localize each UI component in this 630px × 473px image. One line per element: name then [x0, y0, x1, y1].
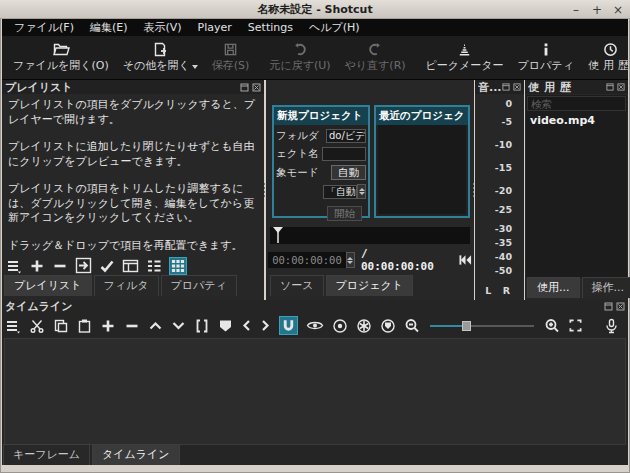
float-icon[interactable] — [606, 83, 614, 91]
timeline-zoom-slider[interactable] — [430, 320, 534, 332]
playlist-help-paragraph: プレイリストの項目をダブルクリックすると、プレイヤーで開けます。 — [8, 98, 258, 127]
project-folder-label: フォルダ — [276, 129, 326, 143]
next-marker-icon[interactable] — [260, 319, 271, 332]
recent-projects-list[interactable] — [378, 125, 466, 214]
recent-button[interactable]: 使用歴 — [581, 40, 630, 75]
open-file-button[interactable]: ファイルを開く(O) — [6, 40, 116, 75]
view-tiles-icon[interactable] — [146, 258, 162, 274]
zoom-out-icon[interactable] — [404, 318, 420, 334]
combo-spinner[interactable] — [357, 184, 366, 199]
view-details-icon[interactable] — [122, 258, 139, 274]
apply-check-icon[interactable] — [99, 258, 115, 274]
save-button[interactable]: 保存(S) — [205, 40, 257, 75]
spin-down-icon — [359, 192, 365, 195]
redo-button[interactable]: やり直す(R) — [338, 40, 413, 75]
remove-icon[interactable] — [52, 258, 68, 274]
recent-file-item[interactable]: video.mp4 — [530, 114, 595, 127]
peak-meter-button[interactable]: ピークメーター — [419, 40, 511, 75]
playlist-panel: プレイリスト プレイリストの項目をダブルクリックすると、プレイヤーで開けます。 … — [2, 80, 264, 300]
paste-icon[interactable] — [77, 318, 92, 334]
ripple-all-tracks-icon[interactable] — [356, 318, 372, 334]
zoom-fit-icon[interactable] — [568, 318, 583, 333]
search-input[interactable] — [527, 96, 626, 111]
ripple-delete-icon[interactable] — [124, 318, 140, 334]
close-button[interactable]: × — [612, 4, 624, 16]
recent-projects-box: 最近のプロジェクト — [374, 105, 470, 218]
menu-help[interactable]: ヘルプ(H) — [301, 19, 368, 36]
open-other-dropdown-icon — [192, 65, 198, 69]
append-icon[interactable] — [29, 258, 45, 274]
seek-bar[interactable] — [270, 227, 470, 244]
timeline-append-icon[interactable] — [100, 318, 116, 334]
record-audio-icon[interactable] — [605, 318, 618, 334]
skip-previous-icon[interactable] — [459, 254, 472, 266]
tab-project[interactable]: プロジェクト — [326, 275, 414, 296]
playhead-icon[interactable] — [272, 226, 284, 244]
window-title: 名称未設定 - Shotcut — [257, 2, 372, 17]
timeline-menu-icon[interactable] — [5, 318, 21, 334]
tab-recent[interactable]: 使用... — [527, 277, 580, 298]
db-scale-label: -50 — [495, 265, 512, 276]
timecode-spinner[interactable] — [346, 252, 355, 268]
timeline-track-area[interactable] — [4, 338, 626, 445]
tab-timeline[interactable]: タイムライン — [92, 444, 180, 465]
video-mode-button[interactable]: 自動 — [331, 165, 366, 180]
tab-playlist[interactable]: プレイリスト — [4, 275, 92, 296]
tab-source[interactable]: ソース — [270, 275, 324, 296]
window-buttons: – + × — [570, 0, 624, 19]
tab-keyframes[interactable]: キーフレーム — [3, 444, 90, 465]
view-icons-selected[interactable] — [169, 257, 187, 275]
close-icon[interactable] — [513, 83, 521, 91]
float-icon[interactable] — [502, 83, 510, 91]
project-folder-value[interactable]: do/ビデ — [326, 129, 366, 143]
update-icon[interactable] — [75, 257, 92, 274]
splitter-handle[interactable] — [472, 182, 475, 198]
tab-history[interactable]: 操作... — [582, 277, 630, 298]
lift-icon[interactable] — [148, 319, 163, 332]
menu-view[interactable]: 表示(V) — [136, 19, 190, 36]
timeline-titlebar: タイムライン — [2, 300, 628, 313]
project-name-label: ェクト名 — [276, 147, 322, 161]
snap-toggle-selected[interactable] — [279, 316, 298, 335]
copy-icon[interactable] — [53, 318, 69, 334]
float-icon[interactable] — [240, 83, 249, 92]
menu-edit[interactable]: 編集(E) — [82, 19, 136, 36]
scrub-while-dragging-icon[interactable] — [306, 319, 324, 332]
snap-magnet-icon — [281, 318, 296, 333]
maximize-button[interactable]: + — [591, 4, 603, 16]
undo-button[interactable]: 元に戻す(U) — [262, 40, 337, 75]
open-other-icon — [152, 42, 168, 57]
tab-properties[interactable]: プロパティ — [161, 275, 237, 296]
ripple-icon[interactable] — [332, 318, 348, 334]
titlebar[interactable]: 名称未設定 - Shotcut – + × — [0, 0, 630, 19]
minimize-button[interactable]: – — [570, 4, 582, 16]
left-dock-tabs: プレイリスト フィルタ プロパティ — [4, 276, 237, 296]
close-icon[interactable] — [617, 83, 625, 91]
open-other-button[interactable]: その他を開く — [116, 40, 205, 75]
ripple-markers-icon[interactable] — [380, 318, 396, 334]
tab-filters[interactable]: フィルタ — [94, 275, 159, 296]
prev-marker-icon[interactable] — [241, 319, 252, 332]
marker-icon[interactable] — [218, 319, 233, 333]
new-project-box: 新規プロジェクト フォルダ do/ビデ ェクト名 象モード 自動 「自動 開始 — [272, 105, 370, 218]
playlist-menu-icon[interactable] — [6, 258, 22, 274]
close-icon[interactable] — [252, 83, 261, 92]
close-icon[interactable] — [616, 302, 625, 311]
menu-settings[interactable]: Settings — [240, 19, 301, 36]
timecode-current[interactable]: 00:00:00:00 — [268, 252, 346, 268]
timecode-total: 00:00:00:00 — [361, 260, 434, 273]
split-icon[interactable] — [194, 319, 210, 333]
project-name-input[interactable] — [322, 147, 366, 161]
overwrite-icon[interactable] — [171, 319, 186, 332]
menu-file[interactable]: ファイル(F) — [6, 19, 82, 36]
float-icon[interactable] — [604, 302, 613, 311]
cut-icon[interactable] — [29, 318, 45, 334]
zoom-in-icon[interactable] — [544, 318, 560, 334]
playlist-help-text: プレイリストの項目をダブルクリックすると、プレイヤーで開けます。 プレイリストに… — [2, 94, 264, 270]
menu-player[interactable]: Player — [190, 19, 240, 36]
recent-list[interactable]: video.mp4 — [526, 95, 627, 278]
zoom-slider-handle[interactable] — [462, 321, 471, 331]
properties-button[interactable]: プロパティ — [511, 40, 581, 75]
start-button[interactable]: 開始 — [327, 206, 362, 221]
project-combo-value[interactable]: 「自動 — [323, 185, 357, 199]
